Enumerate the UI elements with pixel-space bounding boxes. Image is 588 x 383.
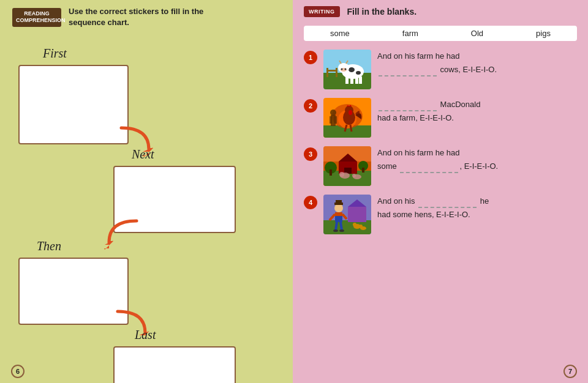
then-label: Then [37,239,61,253]
svg-point-69 [359,225,363,228]
first-box[interactable] [18,65,129,144]
sequence-chart: First Next Then [12,34,282,377]
svg-point-49 [352,174,356,177]
svg-point-20 [345,69,347,70]
question-image-1 [323,50,371,89]
svg-point-67 [353,223,356,226]
left-header: READING COMPREHENSION Use the correct st… [12,6,281,28]
right-instruction: Fill in the blanks. [347,7,417,17]
question-text-3: And on his farm he had some , E-I-E-I-O. [377,146,577,173]
question-num-2: 2 [304,99,317,113]
svg-rect-11 [345,76,349,84]
question-text-1: And on his farm he had cows, E-I-E-I-O. [377,50,577,76]
svg-line-31 [350,125,352,132]
svg-rect-9 [326,70,337,72]
word-old: Old [466,29,488,38]
svg-point-55 [334,204,343,212]
blank-2[interactable] [379,102,437,111]
svg-line-63 [341,222,342,230]
svg-rect-8 [336,68,337,77]
blank-4[interactable] [418,198,477,208]
left-panel: READING COMPREHENSION Use the correct st… [0,0,293,383]
right-panel: WRITING Fill in the blanks. some farm Ol… [293,0,588,383]
svg-point-47 [339,172,344,177]
page-number-left: 6 [11,365,24,378]
svg-point-64 [333,229,338,232]
svg-rect-43 [330,169,332,176]
question-image-3 [323,146,371,186]
arrow2 [103,218,143,254]
svg-rect-53 [348,207,366,222]
svg-point-65 [339,229,344,232]
last-label: Last [135,328,156,342]
first-label: First [43,46,67,61]
svg-point-15 [349,67,355,72]
word-farm: farm [398,29,423,38]
svg-rect-14 [359,76,362,84]
writing-badge: WRITING [304,6,340,17]
question-num-1: 1 [304,51,317,64]
svg-rect-35 [334,116,337,124]
left-instruction: Use the correct stickers to fill in the … [69,6,240,28]
svg-point-19 [341,69,343,70]
question-num-4: 4 [304,196,317,209]
svg-rect-7 [326,68,328,77]
question-num-3: 3 [304,147,317,161]
question-3: 3 [304,146,577,186]
word-some: some [325,29,355,38]
question-1: 1 [304,50,577,89]
svg-point-33 [330,110,336,116]
word-bank: some farm Old pigs [304,26,577,41]
svg-rect-45 [362,168,364,173]
svg-point-29 [349,110,352,115]
question-text-4: And on his he had some hens, E-I-E-I-O. [377,195,577,221]
svg-rect-13 [355,76,358,84]
svg-point-16 [356,71,361,75]
right-header: WRITING Fill in the blanks. [304,6,577,17]
last-box[interactable] [113,346,236,383]
page-number-right: 7 [564,365,577,378]
question-image-4 [323,195,371,234]
svg-rect-12 [350,76,353,84]
svg-rect-34 [330,116,332,124]
question-2: 2 [304,98,577,138]
next-label: Next [132,147,154,162]
svg-line-62 [336,222,337,230]
question-text-2: MacDonald had a farm, E-I-E-I-O. [377,98,577,125]
blank-3[interactable] [400,163,458,173]
svg-rect-59 [335,216,342,222]
question-4: 4 [304,195,577,234]
blank-1[interactable] [379,67,437,76]
question-image-2 [323,98,371,138]
reading-comprehension-badge: READING COMPREHENSION [12,8,61,27]
svg-rect-57 [336,200,342,204]
word-pigs: pigs [531,29,556,38]
